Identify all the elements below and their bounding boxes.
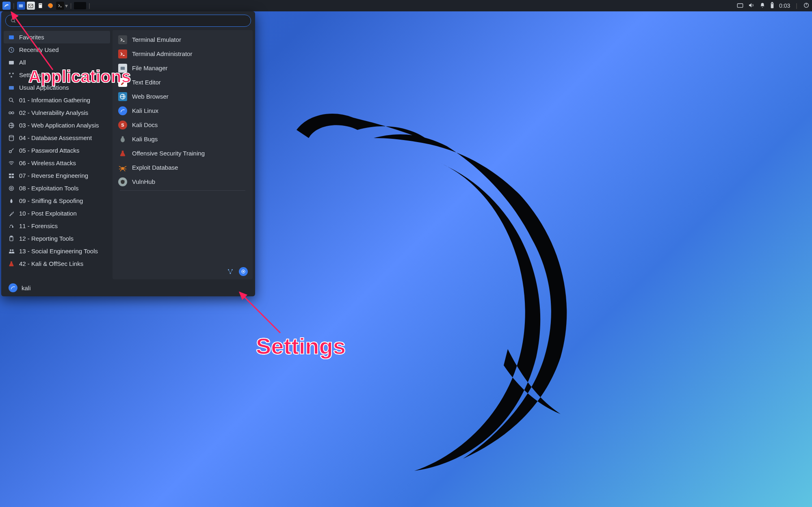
svg-point-39 <box>121 137 125 142</box>
category-label: 42 - Kali & OffSec Links <box>19 260 83 267</box>
fingerprint-icon <box>8 222 15 230</box>
search-box[interactable] <box>5 15 251 27</box>
text-editor-launcher[interactable] <box>37 2 45 10</box>
svg-line-12 <box>14 22 15 23</box>
app-label: File Manager <box>132 65 168 71</box>
category-04-database-assessment[interactable]: 04 - Database Assessment <box>4 132 110 144</box>
task-item[interactable] <box>74 2 86 9</box>
app-terminal-admin[interactable]: Terminal Administrator <box>114 47 251 61</box>
category-recently-used[interactable]: Recently Used <box>4 43 110 56</box>
settings-button[interactable] <box>239 267 248 276</box>
svg-rect-29 <box>9 176 11 178</box>
category-07-reverse-engineering[interactable]: 07 - Reverse Engineering <box>4 169 110 182</box>
terminal-icon <box>118 35 127 44</box>
applications-menu-button[interactable] <box>2 2 11 10</box>
nodes-icon <box>8 71 15 79</box>
category-13-social-engineering[interactable]: 13 - Social Engineering Tools <box>4 245 110 257</box>
battery-icon[interactable] <box>770 2 774 10</box>
svg-rect-30 <box>12 176 14 178</box>
kali-icon <box>118 106 127 115</box>
category-02-vulnerability-analysis[interactable]: 02 - Vulnerability Analysis <box>4 106 110 119</box>
app-label: Terminal Emulator <box>132 36 181 43</box>
category-all[interactable]: All <box>4 56 110 69</box>
category-list: Favorites Recently Used All Settings Usu… <box>4 30 110 279</box>
wifi-icon <box>8 160 15 167</box>
category-05-password-attacks[interactable]: 05 - Password Attacks <box>4 144 110 157</box>
app-terminal-emulator[interactable]: Terminal Emulator <box>114 32 251 47</box>
power-icon[interactable] <box>803 2 810 10</box>
svg-point-17 <box>12 73 14 74</box>
app-label: Exploit Database <box>132 164 178 171</box>
category-12-reporting-tools[interactable]: 12 - Reporting Tools <box>4 232 110 245</box>
folder-icon <box>8 59 15 66</box>
category-08-exploitation-tools[interactable]: 08 - Exploitation Tools <box>4 182 110 194</box>
workspace-switcher[interactable] <box>737 2 743 9</box>
category-10-post-exploitation[interactable]: 10 - Post Exploitation <box>4 207 110 220</box>
svg-point-36 <box>12 249 13 251</box>
category-usual-applications[interactable]: Usual Applications <box>4 81 110 94</box>
category-label: Usual Applications <box>19 84 69 91</box>
spider-icon <box>118 163 127 172</box>
stairs-icon <box>8 210 15 217</box>
app-exploit-database[interactable]: Exploit Database <box>114 160 251 175</box>
magnify-icon <box>8 97 15 104</box>
category-label: 06 - Wireless Attacks <box>19 160 76 166</box>
app-label: Kali Linux <box>132 107 158 114</box>
category-label: 09 - Sniffing & Spoofing <box>19 197 83 204</box>
app-label: Offensive Security Training <box>132 150 205 157</box>
file-manager-launcher[interactable] <box>17 2 25 10</box>
category-01-information-gathering[interactable]: 01 - Information Gathering <box>4 94 110 106</box>
target-icon <box>8 185 15 192</box>
mail-launcher[interactable] <box>27 2 35 10</box>
app-offensive-security-training[interactable]: Offensive Security Training <box>114 146 251 160</box>
folder-icon <box>8 84 15 91</box>
app-file-manager[interactable]: File Manager <box>114 61 251 75</box>
application-menu: Favorites Recently Used All Settings Usu… <box>1 11 255 296</box>
volume-icon[interactable] <box>748 2 755 10</box>
svg-point-22 <box>9 112 11 114</box>
terminal-launcher[interactable] <box>56 2 64 10</box>
svg-rect-5 <box>737 4 743 7</box>
search-icon <box>11 18 16 24</box>
svg-rect-0 <box>19 4 23 7</box>
globe-icon <box>118 92 127 101</box>
category-settings[interactable]: Settings <box>4 69 110 81</box>
svg-rect-37 <box>121 67 125 70</box>
clock[interactable]: 0:03 <box>779 2 790 9</box>
docs-icon: S <box>118 121 127 129</box>
svg-point-32 <box>11 188 12 189</box>
user-section[interactable]: kali <box>5 282 251 294</box>
app-label: Kali Bugs <box>132 136 158 142</box>
user-name: kali <box>22 285 31 291</box>
svg-point-23 <box>12 112 14 114</box>
svg-rect-28 <box>12 173 14 175</box>
app-label: VulnHub <box>132 178 155 185</box>
app-kali-docs[interactable]: S Kali Docs <box>114 118 251 132</box>
app-kali-bugs[interactable]: Kali Bugs <box>114 132 251 146</box>
category-06-wireless-attacks[interactable]: 06 - Wireless Attacks <box>4 157 110 169</box>
svg-point-46 <box>243 271 244 272</box>
app-vulnhub[interactable]: VulnHub <box>114 175 251 189</box>
notification-icon[interactable] <box>760 2 765 10</box>
category-label: 03 - Web Application Analysis <box>19 122 99 129</box>
category-label: 11 - Forensics <box>19 222 58 229</box>
app-kali-linux[interactable]: Kali Linux <box>114 104 251 118</box>
firefox-launcher[interactable] <box>46 2 54 10</box>
people-icon <box>8 248 15 255</box>
file-manager-icon <box>118 64 127 73</box>
search-input[interactable] <box>19 17 246 24</box>
edit-applications-button[interactable] <box>226 267 235 276</box>
app-text-editor[interactable]: Text Editor <box>114 75 251 89</box>
category-favorites[interactable]: Favorites <box>4 31 110 43</box>
svg-point-35 <box>10 249 11 251</box>
category-03-web-application-analysis[interactable]: 03 - Web Application Analysis <box>4 119 110 132</box>
category-11-forensics[interactable]: 11 - Forensics <box>4 220 110 232</box>
app-web-browser[interactable]: Web Browser <box>114 89 251 104</box>
svg-rect-2 <box>39 3 42 8</box>
category-09-sniffing-spoofing[interactable]: 09 - Sniffing & Spoofing <box>4 194 110 207</box>
app-label: Text Editor <box>132 79 161 86</box>
category-label: Recently Used <box>19 46 59 53</box>
category-42-kali-offsec-links[interactable]: 42 - Kali & OffSec Links <box>4 257 110 270</box>
category-label: 12 - Reporting Tools <box>19 235 74 242</box>
kali-dragon-logo <box>292 114 739 479</box>
